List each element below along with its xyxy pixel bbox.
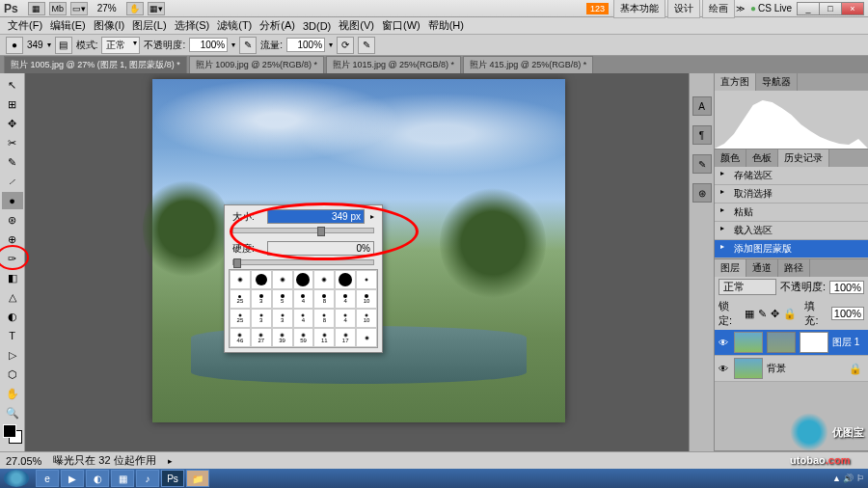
tool-10[interactable]: ◧ — [2, 269, 23, 286]
taskbar-media-icon[interactable]: ▶ — [61, 470, 84, 487]
layer-visibility-icon[interactable]: 👁 — [717, 338, 730, 348]
para-panel-icon[interactable]: ¶ — [692, 125, 712, 145]
taskbar-browser-icon[interactable]: ◐ — [86, 470, 109, 487]
doc-tab-1[interactable]: 照片 1009.jpg @ 25%(RGB/8) * — [189, 56, 324, 74]
layer-blend-select[interactable]: 正常 — [719, 279, 776, 295]
menu-select[interactable]: 选择(S) — [171, 16, 214, 35]
navigator-tab[interactable]: 导航器 — [756, 73, 798, 91]
menu-analysis[interactable]: 分析(A) — [256, 16, 299, 35]
history-item-1[interactable]: 取消选择 — [715, 185, 868, 203]
brush-preset-15[interactable]: 3 — [251, 309, 272, 328]
tool-9[interactable]: ✑ — [2, 250, 23, 267]
brush-panel-icon[interactable]: ▤ — [55, 37, 72, 54]
size-slider[interactable] — [232, 228, 374, 233]
workspace-design[interactable]: 设计 — [667, 0, 700, 18]
close-button[interactable]: × — [841, 2, 864, 15]
tb-hand-icon[interactable]: ✋ — [126, 2, 144, 15]
brush-panel-icon2[interactable]: ✎ — [692, 154, 712, 174]
workspace-paint[interactable]: 绘画 — [702, 0, 735, 18]
brush-preset-27[interactable] — [356, 328, 377, 347]
brush-preset-icon[interactable]: ● — [6, 37, 23, 54]
layer-name[interactable]: 背景 — [767, 362, 786, 375]
maximize-button[interactable]: □ — [819, 2, 842, 15]
lock-all-icon[interactable]: 🔒 — [783, 308, 797, 320]
lock-pos-icon[interactable]: ✥ — [771, 308, 779, 320]
brush-preset-3[interactable] — [293, 270, 314, 289]
tool-6[interactable]: ● — [2, 192, 23, 209]
brush-preset-4[interactable] — [313, 270, 335, 289]
history-tab[interactable]: 历史记录 — [778, 149, 829, 167]
taskbar-folder-icon[interactable]: 📁 — [186, 470, 209, 487]
layer-name[interactable]: 图层 1 — [832, 336, 859, 349]
status-zoom[interactable]: 27.05% — [6, 455, 41, 467]
lock-trans-icon[interactable]: ▦ — [745, 308, 754, 320]
workspace-basic[interactable]: 基本功能 — [613, 0, 665, 18]
brush-preset-11[interactable]: 8 — [313, 289, 335, 309]
brush-preset-18[interactable]: 8 — [313, 309, 335, 328]
color-swatch[interactable] — [3, 424, 22, 444]
taskbar-app2-icon[interactable]: ♪ — [136, 470, 159, 487]
layer-thumb[interactable] — [734, 332, 763, 353]
brush-preset-26[interactable]: 17 — [335, 328, 356, 347]
layer-thumb[interactable] — [734, 358, 763, 379]
brush-preset-19[interactable]: 4 — [335, 309, 356, 328]
hardness-input[interactable]: 0% — [267, 241, 374, 256]
doc-tab-2[interactable]: 照片 1015.jpg @ 25%(RGB/8) * — [326, 56, 461, 74]
tool-2[interactable]: ✥ — [2, 115, 23, 132]
flyout-icon[interactable]: ▸ — [370, 212, 374, 221]
menu-window[interactable]: 窗口(W) — [378, 16, 424, 35]
brush-preset-6[interactable] — [356, 270, 377, 289]
brush-preset-1[interactable] — [251, 270, 272, 289]
minimize-button[interactable]: _ — [797, 2, 820, 15]
brush-preset-25[interactable]: 11 — [313, 328, 335, 347]
menu-view[interactable]: 视图(V) — [335, 16, 378, 35]
brush-preset-7[interactable]: 25 — [230, 289, 251, 309]
brush-size-num[interactable]: 349 — [27, 40, 43, 50]
brush-preset-22[interactable]: 27 — [251, 328, 272, 347]
tool-7[interactable]: ⊛ — [2, 211, 23, 229]
layer-visibility-icon[interactable]: 👁 — [717, 364, 730, 374]
char-panel-icon[interactable]: A — [692, 96, 712, 116]
tb-arrange-icon[interactable]: ▦▾ — [148, 2, 165, 15]
taskbar-app-icon[interactable]: ▦ — [111, 470, 134, 487]
brush-preset-13[interactable]: 10 — [356, 289, 377, 309]
tool-4[interactable]: ✎ — [2, 153, 23, 171]
menu-help[interactable]: 帮助(H) — [424, 16, 468, 35]
doc-tab-0[interactable]: 照片 1005.jpg @ 27% (图层 1, 图层蒙版/8) * — [4, 56, 187, 74]
layers-tab[interactable]: 图层 — [715, 259, 746, 277]
tool-8[interactable]: ⊕ — [2, 230, 23, 248]
zoom-level[interactable]: 27% — [97, 3, 117, 14]
history-item-4[interactable]: 添加图层蒙版 — [715, 240, 868, 258]
cslive-button[interactable]: CS Live — [750, 3, 792, 14]
tool-16[interactable]: ✋ — [2, 385, 23, 402]
brush-preset-0[interactable] — [230, 270, 251, 289]
menu-image[interactable]: 图像(I) — [90, 16, 128, 35]
doc-tab-3[interactable]: 照片 415.jpg @ 25%(RGB/8) * — [463, 56, 593, 74]
layer-opacity-input[interactable]: 100% — [829, 281, 864, 294]
brush-preset-9[interactable]: 5 — [272, 289, 293, 309]
tool-15[interactable]: ⬡ — [2, 366, 23, 383]
history-item-3[interactable]: 载入选区 — [715, 222, 868, 240]
taskbar-ps-icon[interactable]: Ps — [161, 470, 184, 487]
opacity-input[interactable]: 100% — [189, 38, 228, 52]
hardness-slider[interactable] — [232, 259, 374, 265]
brush-preset-17[interactable]: 4 — [293, 309, 314, 328]
menu-3d[interactable]: 3D(D) — [299, 18, 335, 34]
history-item-2[interactable]: 粘贴 — [715, 203, 868, 222]
menu-filter[interactable]: 滤镜(T) — [213, 16, 256, 35]
tool-14[interactable]: ▷ — [2, 346, 23, 364]
layer-row-0[interactable]: 👁图层 1 — [715, 330, 868, 356]
brush-preset-14[interactable]: 25 — [230, 309, 251, 328]
hardness-slider-thumb[interactable] — [233, 258, 241, 268]
tool-17[interactable]: 🔍 — [2, 404, 23, 421]
airbrush-icon[interactable]: ⟳ — [337, 37, 354, 54]
brush-preset-16[interactable]: 3 — [272, 309, 293, 328]
brush-preset-21[interactable]: 46 — [230, 328, 251, 347]
brush-preset-2[interactable] — [272, 270, 293, 289]
brush-preset-24[interactable]: 59 — [293, 328, 314, 347]
system-tray[interactable]: ▲ 🔊 ⚐ — [832, 474, 864, 483]
layer-thumb-dup[interactable] — [767, 332, 796, 353]
tb-screen-icon[interactable]: ▭▾ — [70, 2, 88, 15]
flow-input[interactable]: 100% — [286, 38, 325, 52]
workspace-badge[interactable]: 123 — [586, 3, 609, 14]
